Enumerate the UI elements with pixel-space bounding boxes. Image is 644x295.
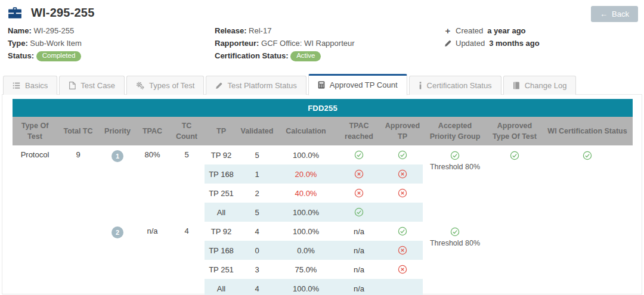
page-header: WI-295-255 ← Back: [0, 0, 644, 21]
cell-calculation: 100.0%: [276, 203, 336, 222]
certification-status-label: Certification Status:: [215, 51, 289, 60]
check-circle-icon: [354, 150, 364, 160]
cell-tp: TP 251: [205, 184, 238, 203]
calculator-icon: [318, 81, 325, 89]
column-header-priority: Priority: [99, 117, 136, 145]
cell-tc-count: 4: [169, 222, 205, 295]
cell-validated: 4: [238, 279, 276, 295]
cross-circle-icon: [398, 188, 407, 198]
status-label: Status:: [8, 51, 34, 60]
check-circle-icon: [354, 207, 364, 217]
gears-icon: [136, 82, 144, 89]
info-bar: Name: WI-295-255 Type: Sub-Work Item Sta…: [0, 21, 644, 67]
cross-circle-icon: [354, 188, 364, 198]
tab-label: Basics: [25, 81, 48, 90]
cell-tp: TP 168: [205, 164, 238, 184]
info-column-identity: Name: WI-295-255 Type: Sub-Work Item Sta…: [8, 24, 215, 62]
cell-validated: 4: [238, 222, 276, 241]
plus-icon: +: [444, 24, 451, 37]
created-line: + Created a year ago: [444, 24, 634, 37]
book-icon: [513, 82, 520, 89]
tab-label: Test Platform Status: [227, 81, 296, 90]
tab-test-platform-status[interactable]: Test Platform Status: [206, 76, 306, 95]
cell-validated: 2: [238, 184, 276, 203]
cell-calculation: 75.0%: [276, 260, 336, 279]
release-label: Release:: [215, 26, 246, 35]
work-item-detail-page: WI-295-255 ← Back Name: WI-295-255 Type:…: [0, 0, 644, 295]
approved-tp-count-table: FDD255 Type Of TestTotal TCPriorityTPACT…: [13, 99, 633, 295]
cell-validated: 5: [238, 145, 276, 164]
rapporteur-line: Rapporteur: GCF Office: WI Rapporteur: [215, 37, 444, 49]
cell-tc-count: 5: [169, 145, 205, 222]
status-line: Status: Completed: [8, 49, 215, 62]
column-header-tp: TP: [205, 117, 238, 145]
cell-tpac-reached: n/a: [336, 222, 382, 241]
cell-calculation: 40.0%: [276, 184, 336, 203]
cell-tpac-reached: [336, 164, 382, 184]
check-circle-icon: [510, 151, 519, 160]
threshold-label: Threshold 80%: [425, 162, 485, 172]
type-label: Type:: [8, 39, 28, 48]
cell-tpac-reached: [336, 145, 382, 164]
info-column-meta: + Created a year ago Updated 3 months ag…: [444, 24, 634, 62]
cell-calculation: 100.0%: [276, 222, 336, 241]
cell-approved-type-of-test: [487, 145, 542, 295]
back-button[interactable]: ← Back: [591, 6, 638, 22]
file-icon: [69, 82, 76, 89]
cell-tp: TP 251: [205, 260, 238, 279]
release-value: Rel-17: [249, 26, 271, 35]
cell-approved-tp: [382, 145, 423, 164]
cell-tp: All: [205, 203, 238, 222]
column-header-validated: Validated: [238, 117, 276, 145]
certification-status-line: Certification Status: Active: [215, 49, 444, 62]
tab-bar: BasicsTest CaseTypes of TestTest Platfor…: [0, 74, 644, 95]
column-header-calculation: Calculation: [276, 117, 336, 145]
tab-label: Approved TP Count: [330, 80, 398, 89]
threshold-label: Threshold 80%: [425, 238, 485, 249]
column-header-approved-type-of-test: Approved Type Of Test: [487, 117, 542, 145]
cell-tpac-reached: [336, 184, 382, 203]
cell-tp: All: [205, 279, 238, 295]
cell-tpac-reached: n/a: [336, 260, 382, 279]
created-label: Created: [456, 24, 483, 37]
created-value: a year ago: [487, 24, 525, 37]
cell-total-tc: 9: [57, 145, 99, 295]
table-group-caption: FDD255: [13, 99, 633, 117]
status-badge: Completed: [36, 51, 82, 62]
cross-circle-icon: [398, 265, 407, 274]
pencil-icon: [444, 40, 451, 47]
column-header-accepted-priority-group: Accepted Priority Group: [423, 117, 487, 145]
cell-approved-tp: [382, 203, 423, 222]
check-circle-icon: [583, 151, 592, 160]
cell-approved-tp: [382, 184, 423, 203]
cell-tpac: 80%: [136, 145, 169, 222]
name-label: Name:: [8, 26, 32, 35]
type-value: Sub-Work Item: [30, 39, 81, 48]
tab-test-case[interactable]: Test Case: [59, 76, 125, 95]
tab-approved-tp-count[interactable]: Approved TP Count: [308, 74, 407, 95]
cell-accepted-priority-group: Threshold 80%: [423, 145, 487, 222]
tab-change-log[interactable]: Change Log: [503, 76, 577, 95]
cell-approved-tp: [382, 222, 423, 241]
list-icon: [13, 82, 20, 89]
info-icon: [419, 82, 422, 89]
briefcase-icon: [8, 7, 22, 19]
tab-content-pane: FDD255 Type Of TestTotal TCPriorityTPACT…: [2, 94, 642, 294]
check-circle-icon: [398, 226, 407, 236]
tab-label: Types of Test: [149, 81, 194, 90]
cell-tp: TP 92: [205, 222, 238, 241]
release-line: Release: Rel-17: [215, 24, 444, 37]
cell-wi-certification-status: [542, 145, 633, 295]
cell-approved-tp: [382, 164, 423, 184]
check-circle-icon: [450, 151, 460, 160]
table-group-caption-row: FDD255: [13, 99, 633, 117]
cross-circle-icon: [398, 169, 407, 179]
priority-badge: 1: [112, 150, 123, 162]
tab-types-of-test[interactable]: Types of Test: [126, 76, 204, 95]
check-circle-icon: [398, 150, 407, 160]
column-header-approved-tp: Approved TP: [382, 117, 423, 145]
tab-certification-status[interactable]: Certification Status: [409, 76, 501, 95]
cell-calculation: 0.0%: [276, 241, 336, 260]
tab-basics[interactable]: Basics: [3, 76, 57, 95]
updated-value: 3 months ago: [489, 37, 540, 49]
